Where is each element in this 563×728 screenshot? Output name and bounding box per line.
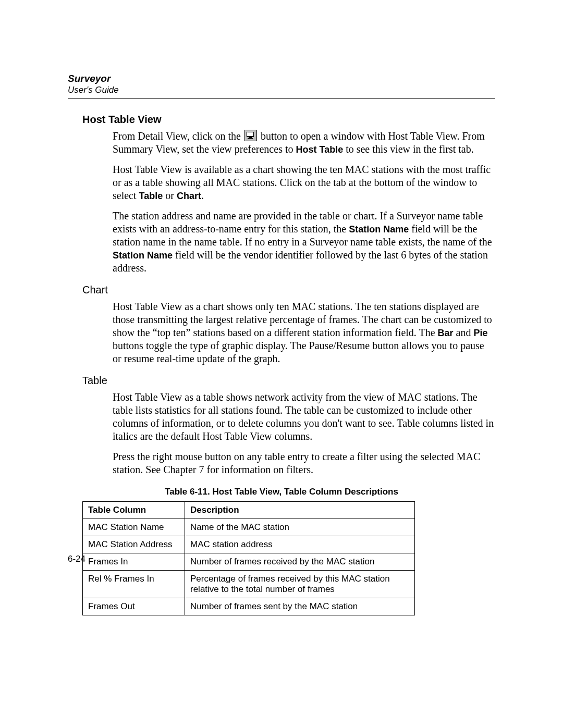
host-table-view-button-icon bbox=[244, 130, 257, 141]
section-body: From Detail View, click on the button to… bbox=[113, 130, 495, 275]
table-row: Rel % Frames In Percentage of frames rec… bbox=[83, 571, 415, 598]
subsection-heading-chart: Chart bbox=[82, 284, 495, 296]
text-span: or bbox=[163, 190, 177, 201]
table-row: MAC Station Address MAC station address bbox=[83, 536, 415, 553]
table-cell: Rel % Frames In bbox=[83, 571, 185, 598]
intro-paragraph-1: From Detail View, click on the button to… bbox=[113, 130, 495, 156]
intro-paragraph-2: Host Table View is available as a chart … bbox=[113, 163, 495, 202]
subsection-heading-table: Table bbox=[82, 375, 495, 387]
table-row: Frames Out Number of frames sent by the … bbox=[83, 598, 415, 615]
product-name: Surveyor bbox=[68, 73, 495, 85]
ui-term-station-name: Station Name bbox=[113, 250, 173, 261]
header-rule bbox=[68, 98, 495, 99]
table-paragraph-1: Host Table View as a table shows network… bbox=[113, 391, 495, 443]
document-type: User's Guide bbox=[68, 85, 495, 95]
intro-paragraph-3: The station address and name are provide… bbox=[113, 209, 495, 275]
section-title-host-table-view: Host Table View bbox=[82, 114, 495, 126]
table-cell: Frames In bbox=[83, 553, 185, 571]
svg-rect-3 bbox=[248, 138, 253, 139]
text-span: and bbox=[454, 327, 474, 338]
table-paragraph-2: Press the right mouse button on any tabl… bbox=[113, 450, 495, 476]
ui-term-table: Table bbox=[139, 191, 163, 201]
table-cell: Percentage of frames received by this MA… bbox=[185, 571, 415, 598]
table-body: Host Table View as a table shows network… bbox=[113, 391, 495, 476]
table-cell: MAC Station Address bbox=[83, 536, 185, 553]
text-span: . bbox=[201, 190, 204, 201]
page-number: 6-24 bbox=[68, 554, 85, 564]
table-cell: Name of the MAC station bbox=[185, 519, 415, 536]
ui-term-station-name: Station Name bbox=[349, 224, 409, 235]
table-header-row: Table Column Description bbox=[83, 502, 415, 519]
table-header-col2: Description bbox=[185, 502, 415, 519]
table-row: MAC Station Name Name of the MAC station bbox=[83, 519, 415, 536]
page-header: Surveyor User's Guide bbox=[68, 73, 495, 95]
column-description-table: Table Column Description MAC Station Nam… bbox=[82, 501, 415, 615]
table-row: Frames In Number of frames received by t… bbox=[83, 553, 415, 571]
text-span: to see this view in the first tab. bbox=[343, 143, 474, 155]
table-cell: MAC station address bbox=[185, 536, 415, 553]
chart-body: Host Table View as a chart shows only te… bbox=[113, 300, 495, 365]
text-span: buttons toggle the type of graphic displ… bbox=[113, 340, 484, 364]
table-cell: Frames Out bbox=[83, 598, 185, 615]
table-cell: Number of frames sent by the MAC station bbox=[185, 598, 415, 615]
text-span: Host Table View as a chart shows only te… bbox=[113, 301, 492, 338]
chart-paragraph: Host Table View as a chart shows only te… bbox=[113, 300, 495, 365]
svg-rect-1 bbox=[247, 132, 253, 136]
ui-term-pie: Pie bbox=[473, 328, 487, 338]
svg-rect-2 bbox=[249, 137, 252, 138]
table-caption: Table 6-11. Host Table View, Table Colum… bbox=[68, 487, 495, 497]
ui-term-chart: Chart bbox=[177, 191, 201, 201]
table-header-col1: Table Column bbox=[83, 502, 185, 519]
text-span: From Detail View, click on the bbox=[113, 130, 243, 142]
ui-term-host-table: Host Table bbox=[296, 144, 343, 155]
document-page: Surveyor User's Guide Host Table View Fr… bbox=[0, 0, 563, 728]
table-cell: Number of frames received by the MAC sta… bbox=[185, 553, 415, 571]
ui-term-bar: Bar bbox=[438, 328, 454, 338]
table-cell: MAC Station Name bbox=[83, 519, 185, 536]
